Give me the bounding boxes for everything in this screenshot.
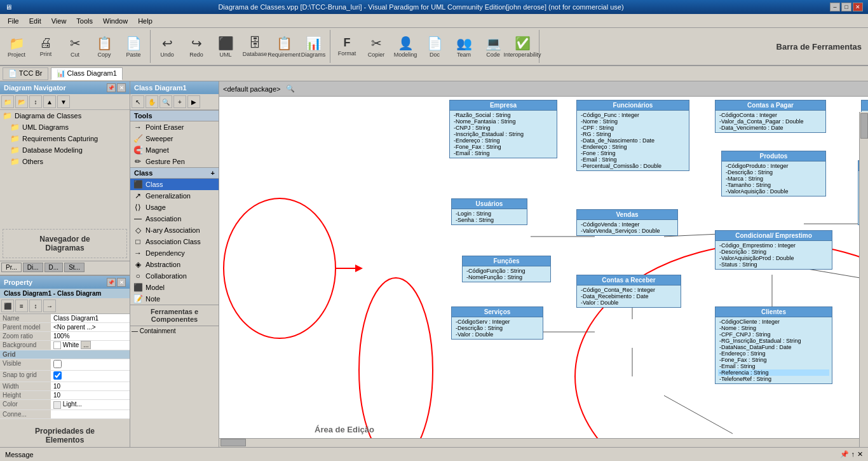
menu-file[interactable]: File	[3, 16, 24, 26]
copy-button[interactable]: 📋Copy	[90, 30, 118, 63]
tool-association[interactable]: — Association	[130, 213, 219, 224]
scrollbar-vertical[interactable]	[859, 112, 868, 447]
tool-generalization[interactable]: ↗ Generalization	[130, 190, 219, 202]
mini-tab-di[interactable]: Di...	[23, 263, 43, 272]
maximize-button[interactable]: □	[841, 3, 851, 11]
requirement-button[interactable]: 📋Requirement	[270, 30, 298, 63]
prop-value-parent[interactable]: <No parent ...>	[51, 323, 130, 332]
status-close-icon[interactable]: ✕	[857, 450, 863, 458]
snap-checkbox[interactable]	[53, 371, 62, 380]
tool-dependency[interactable]: → Dependency	[130, 247, 219, 259]
tool-point-eraser[interactable]: → Point Eraser	[130, 121, 219, 133]
class-produtos[interactable]: Produtos -CódigoProduto : Integer -Descr…	[721, 151, 826, 196]
class-servicos[interactable]: Serviços -CódigoServ : Integer -Descriçã…	[451, 306, 543, 340]
tool-gesture-pen[interactable]: ✏ Gesture Pen	[130, 156, 219, 167]
prop-close-icon[interactable]: ✕	[117, 278, 126, 287]
tool-magnet[interactable]: 🧲 Magnet	[130, 144, 219, 156]
modeling-button[interactable]: 👤Modeling	[391, 30, 419, 63]
status-pin-icon[interactable]: 📌	[840, 450, 849, 458]
class-funcionarios[interactable]: Funcionários -Código_Func : Integer -Nom…	[576, 100, 689, 171]
tab-tcc[interactable]: 📄 TCC Br	[3, 67, 48, 80]
nav-sort-btn[interactable]: ↕	[29, 95, 42, 108]
tree-item-db[interactable]: 📁 Database Modeling	[0, 144, 130, 156]
format-button[interactable]: FFormat	[333, 30, 361, 63]
status-arrow-icon[interactable]: ↑	[851, 450, 855, 458]
prop-value-height[interactable]: 10	[51, 391, 130, 400]
undo-button[interactable]: ↩Undo	[153, 30, 181, 63]
tools-tb-add[interactable]: +	[173, 95, 186, 108]
tools-tb-arrow[interactable]: ↖	[132, 95, 144, 108]
class-clientes[interactable]: Clientes -CódigoCliente : Integer -Nome …	[715, 306, 832, 384]
tree-item-diagrama[interactable]: 📁 Diagrama de Classes	[0, 110, 130, 121]
tool-usage[interactable]: ⟨⟩ Usage	[130, 202, 219, 213]
prop-value-snap[interactable]	[51, 371, 130, 382]
close-button[interactable]: ✕	[853, 3, 863, 11]
print-button[interactable]: 🖨Print	[32, 30, 60, 63]
tools-tb-extra[interactable]: ▶	[187, 95, 200, 108]
prop-tb-4[interactable]: →	[43, 299, 56, 312]
scrollbar-horizontal[interactable]	[219, 438, 859, 447]
tree-item-req[interactable]: 📁 Requirements Capturing	[0, 133, 130, 144]
prop-value-color[interactable]: Light...	[51, 400, 130, 409]
database-button[interactable]: 🗄Database	[241, 30, 269, 63]
project-button[interactable]: 📁Project	[3, 30, 31, 63]
tree-item-uml[interactable]: 📁 UML Diagrams	[0, 121, 130, 133]
tree-item-others[interactable]: 📁 Others	[0, 156, 130, 167]
class-condicional[interactable]: Condicional/ Emprestimo -Código_Empresti…	[715, 230, 832, 270]
search-icon[interactable]: 🔍	[286, 85, 295, 93]
tool-section-add-icon[interactable]: +	[211, 169, 215, 177]
diagram-canvas[interactable]: Empresa -Razão_Social : String -Nome_Fan…	[219, 97, 868, 447]
class-contas-receber[interactable]: Contas a Receber -Código_Conta_Rec : Int…	[576, 275, 681, 308]
tool-note[interactable]: 📝 Note	[130, 293, 219, 305]
prop-tb-2[interactable]: ≡	[15, 299, 28, 312]
prop-pin-icon[interactable]: 📌	[107, 278, 116, 287]
tool-association-class[interactable]: □ Association Class	[130, 236, 219, 247]
nav-close-icon[interactable]: ✕	[117, 83, 126, 92]
class-usuarios[interactable]: Usuários -Login : String -Senha : String	[451, 198, 527, 225]
menu-view[interactable]: View	[46, 16, 72, 26]
minimize-button[interactable]: –	[830, 3, 840, 11]
class-empresa[interactable]: Empresa -Razão_Social : String -Nome_Fan…	[449, 100, 557, 158]
tools-tb-hand[interactable]: ✋	[146, 95, 158, 108]
tool-collaboration[interactable]: ○ Collaboration	[130, 270, 219, 282]
tool-sweeper[interactable]: 🧹 Sweeper	[130, 133, 219, 144]
nav-up-btn[interactable]: ▲	[43, 95, 56, 108]
menu-edit[interactable]: Edit	[24, 16, 46, 26]
doc-button[interactable]: 📄Doc	[421, 30, 449, 63]
tool-model[interactable]: ⬛ Model	[130, 282, 219, 293]
prop-value-visible[interactable]	[51, 359, 130, 371]
tool-class[interactable]: ⬛ Class	[130, 179, 219, 190]
code-button[interactable]: 💻Code	[479, 30, 507, 63]
interoperability-button[interactable]: ✅Interoperability	[508, 30, 536, 63]
tab-class-diagram[interactable]: 📊 Class Diagram1	[51, 67, 123, 80]
prop-value-conn[interactable]	[51, 409, 130, 418]
tools-tb-zoom[interactable]: 🔍	[159, 95, 172, 108]
cut-button[interactable]: ✂Cut	[61, 30, 89, 63]
menu-tools[interactable]: Tools	[71, 16, 98, 26]
prop-tb-1[interactable]: ⬛	[1, 299, 14, 312]
class-contas-pagar[interactable]: Contas a Pagar -CódigoConta : Integer -V…	[715, 100, 826, 133]
copier-button[interactable]: ✂Copier	[362, 30, 390, 63]
tool-abstraction[interactable]: ◈ Abstraction	[130, 259, 219, 270]
visible-checkbox[interactable]	[53, 360, 62, 368]
mini-tab-proj[interactable]: Pr...	[1, 263, 22, 272]
prop-value-bg[interactable]: White ...	[51, 341, 130, 350]
mini-tab-d[interactable]: D...	[44, 263, 64, 272]
prop-value-zoom[interactable]: 100%	[51, 332, 130, 341]
paste-button[interactable]: 📄Paste	[119, 30, 147, 63]
menu-window[interactable]: Window	[98, 16, 133, 26]
diagrams-button[interactable]: 📊Diagrams	[299, 30, 327, 63]
redo-button[interactable]: ↪Redo	[182, 30, 210, 63]
prop-tb-3[interactable]: ↕	[29, 299, 42, 312]
uml-button[interactable]: ⬛UML	[212, 30, 240, 63]
team-button[interactable]: 👥Team	[450, 30, 478, 63]
nav-down-btn[interactable]: ▼	[57, 95, 70, 108]
mini-tab-st[interactable]: St...	[64, 263, 85, 272]
prop-value-name[interactable]: Class Diagram1	[51, 314, 130, 323]
nav-open-btn[interactable]: 📂	[15, 95, 28, 108]
nav-pin-icon[interactable]: 📌	[107, 83, 116, 92]
menu-help[interactable]: Help	[133, 16, 158, 26]
class-funcoes[interactable]: Funções -CódigoFunção : String -NomeFunç…	[462, 256, 551, 282]
prop-value-width[interactable]: 10	[51, 382, 130, 391]
class-vendas[interactable]: Vendas -CódigoVenda : Integer -ValorVend…	[576, 209, 678, 236]
